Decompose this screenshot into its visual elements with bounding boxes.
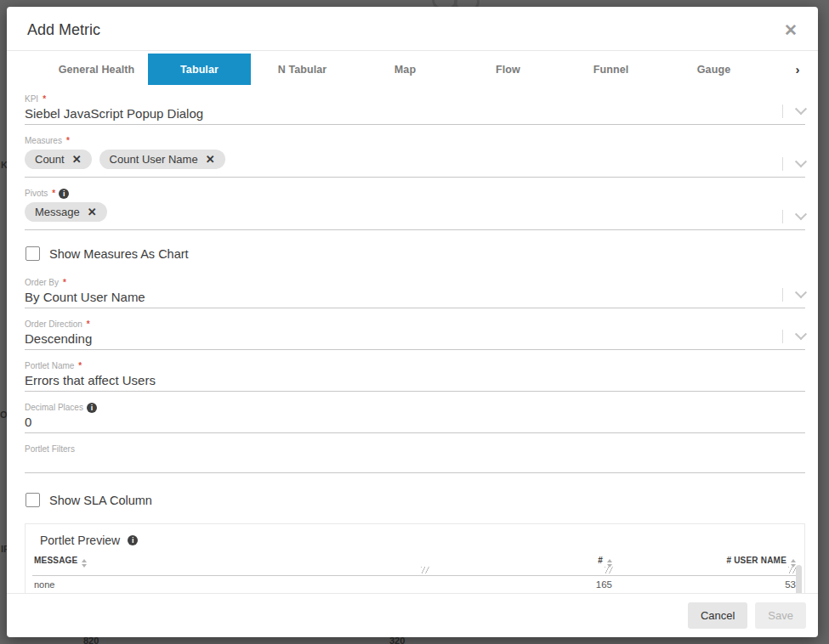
order-direction-label: Order Direction* [25, 319, 805, 330]
portlet-filters-label-text: Portlet Filters [25, 443, 75, 455]
remove-tag-icon[interactable]: ✕ [206, 154, 215, 165]
decimal-places-label-text: Decimal Places [25, 402, 83, 414]
measures-label-text: Measures [25, 135, 62, 147]
tag-label: Message [35, 206, 80, 218]
cell-count: 165 [430, 576, 614, 594]
measures-field: Measures* Count ✕ Count User Name ✕ [25, 135, 805, 178]
tab-n-tabular[interactable]: N Tabular [251, 54, 354, 85]
chevron-down-icon [795, 155, 807, 167]
cancel-button[interactable]: Cancel [688, 602, 747, 629]
order-by-dropdown-control[interactable] [782, 288, 805, 302]
remove-tag-icon[interactable]: ✕ [88, 206, 97, 217]
show-measures-as-chart-row: Show Measures As Chart [26, 246, 805, 261]
measure-tag[interactable]: Count ✕ [25, 150, 92, 169]
chevron-down-icon [795, 208, 807, 220]
pivot-tag[interactable]: Message ✕ [25, 202, 107, 222]
column-header-user-name-count[interactable]: # USER NAME [614, 553, 798, 576]
chevron-down-icon [795, 328, 807, 340]
column-header-message[interactable]: MESSAGE [32, 553, 430, 576]
required-asterisk: * [66, 135, 70, 147]
dialog-footer: Cancel Save [7, 593, 818, 637]
tag-label: Count [35, 153, 65, 166]
decimal-places-field: Decimal Places i 0 [25, 402, 805, 433]
measures-tags: Count ✕ Count User Name ✕ [25, 150, 805, 169]
column-resize-grip[interactable] [605, 567, 613, 573]
kpi-label-text: KPI [25, 93, 38, 105]
dropdown-divider [782, 105, 783, 118]
show-sla-column-checkbox[interactable] [26, 493, 40, 507]
order-direction-field: Order Direction* Descending [25, 319, 805, 350]
chevron-down-icon [795, 103, 807, 115]
kpi-dropdown-control[interactable] [782, 105, 805, 118]
table-row: none 165 53 [32, 576, 798, 594]
remove-tag-icon[interactable]: ✕ [72, 154, 82, 165]
portlet-preview-panel: Portlet Preview i MESSAGE # [25, 523, 805, 593]
dropdown-divider [782, 330, 783, 343]
measures-dropdown-control[interactable] [782, 157, 805, 171]
dialog-body: KPI* Siebel JavaScript Popup Dialog Meas… [7, 85, 818, 593]
tab-general-health[interactable]: General Health [45, 54, 148, 85]
show-sla-column-row: Show SLA Column [26, 493, 805, 507]
dropdown-divider [782, 210, 783, 223]
tab-funnel[interactable]: Funnel [559, 54, 662, 85]
column-resize-grip[interactable] [421, 567, 429, 573]
info-icon: i [87, 403, 97, 413]
measure-tag[interactable]: Count User Name ✕ [99, 150, 225, 169]
kpi-field: KPI* Siebel JavaScript Popup Dialog [25, 93, 805, 125]
portlet-name-label: Portlet Name* [25, 360, 805, 372]
kpi-select[interactable]: Siebel JavaScript Popup Dialog [25, 105, 805, 122]
order-direction-label-text: Order Direction [25, 319, 82, 330]
sort-icon[interactable] [82, 559, 87, 568]
measures-label: Measures* [25, 135, 805, 147]
info-icon: i [59, 189, 69, 199]
show-measures-as-chart-checkbox[interactable] [26, 246, 40, 261]
table-scrollbar[interactable] [796, 565, 802, 593]
decimal-places-label: Decimal Places i [25, 402, 805, 414]
cell-message: none [32, 576, 430, 594]
tag-label: Count User Name [110, 153, 198, 166]
kpi-label: KPI* [25, 93, 805, 105]
tab-map[interactable]: Map [354, 54, 457, 85]
portlet-filters-input[interactable] [25, 455, 805, 471]
preview-table-header-row: MESSAGE # # USER NAME [32, 553, 798, 576]
required-asterisk: * [43, 93, 46, 105]
portlet-preview-header: Portlet Preview i [32, 534, 798, 547]
pivots-tags: Message ✕ [25, 202, 805, 222]
column-label: # USER NAME [726, 556, 786, 565]
column-header-count[interactable]: # [430, 553, 614, 576]
order-by-label-text: Order By [25, 277, 59, 289]
portlet-filters-label: Portlet Filters [25, 443, 805, 455]
pivots-dropdown-control[interactable] [782, 210, 805, 223]
column-label: MESSAGE [34, 556, 77, 565]
column-label: # [598, 556, 603, 565]
info-icon: i [128, 535, 138, 545]
dropdown-divider [782, 157, 783, 171]
dialog-title: Add Metric [27, 21, 100, 39]
required-asterisk: * [52, 188, 55, 200]
pivots-label-text: Pivots [25, 188, 48, 200]
more-tabs-chevron-icon[interactable]: › [777, 54, 818, 85]
screen: { "overlay_fragments": { "left_top": "K"… [0, 0, 829, 644]
order-direction-dropdown-control[interactable] [782, 330, 805, 343]
save-button[interactable]: Save [755, 602, 806, 629]
chevron-down-icon [795, 286, 807, 298]
order-by-select[interactable]: By Count User Name [25, 289, 805, 306]
required-asterisk: * [78, 360, 82, 372]
checkbox-label: Show SLA Column [49, 494, 152, 507]
portlet-preview-title: Portlet Preview [40, 534, 120, 547]
portlet-name-field: Portlet Name* Errors that affect Users [25, 360, 805, 392]
portlet-name-input[interactable]: Errors that affect Users [25, 372, 805, 389]
tab-flow[interactable]: Flow [457, 54, 559, 85]
tab-gauge[interactable]: Gauge [662, 54, 765, 85]
portlet-filters-field: Portlet Filters [25, 443, 805, 473]
tab-tabular[interactable]: Tabular [148, 54, 251, 85]
preview-table: MESSAGE # # USER NAME [32, 553, 798, 593]
order-by-label: Order By* [25, 277, 805, 289]
decimal-places-input[interactable]: 0 [25, 414, 805, 431]
close-icon[interactable]: ✕ [784, 22, 798, 38]
cell-user-count: 53 [614, 576, 798, 594]
order-by-field: Order By* By Count User Name [25, 277, 805, 308]
portlet-name-label-text: Portlet Name [25, 360, 74, 372]
order-direction-select[interactable]: Descending [25, 330, 805, 347]
pivots-label: Pivots* i [25, 188, 805, 200]
